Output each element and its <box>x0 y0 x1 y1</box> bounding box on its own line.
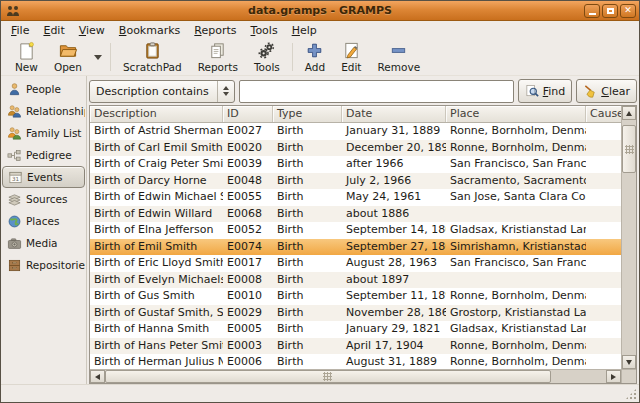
find-magnifier-icon <box>525 84 540 99</box>
vertical-scrollbar[interactable] <box>621 106 636 369</box>
table-row[interactable]: Birth of Hanna Smith E0005 Birth January… <box>90 321 621 338</box>
scroll-down-button[interactable] <box>622 355 636 369</box>
filter-field-select[interactable]: Description contains <box>89 80 235 103</box>
horizontal-scrollbar[interactable] <box>90 369 636 383</box>
menu-reports[interactable]: Reports <box>187 22 243 39</box>
cell-id: E0048 <box>223 173 273 190</box>
column-header-date[interactable]: Date <box>342 106 446 122</box>
sidebar-label: Pedigree <box>26 149 72 161</box>
cell-id: E0005 <box>223 321 273 338</box>
column-header-type[interactable]: Type <box>273 106 342 122</box>
menu-tools[interactable]: Tools <box>244 22 285 39</box>
cell-description: Birth of Hanna Smith <box>90 321 223 338</box>
maximize-icon <box>607 8 614 14</box>
cell-cause <box>586 272 621 289</box>
scroll-right-button[interactable] <box>606 370 621 383</box>
minimize-button[interactable] <box>584 4 600 18</box>
new-button[interactable]: New <box>7 40 46 74</box>
table-row[interactable]: Birth of Gustaf Smith, Sr. E0029 Birth N… <box>90 305 621 322</box>
cell-type: Birth <box>273 173 342 190</box>
table-row[interactable]: Birth of Edwin Michael Smith E0055 Birth… <box>90 189 621 206</box>
table-row[interactable]: Birth of Hans Peter Smith E0003 Birth Ap… <box>90 338 621 355</box>
table-row[interactable]: Birth of Darcy Horne E0048 Birth July 2,… <box>90 173 621 190</box>
cell-date: January 29, 1821 <box>342 321 446 338</box>
table-row[interactable]: Birth of Astrid Shermanna A... E0027 Bir… <box>90 123 621 140</box>
horizontal-scroll-track[interactable] <box>105 370 606 383</box>
remove-button[interactable]: Remove <box>370 40 429 74</box>
table-row[interactable]: Birth of Craig Peter Smith E0039 Birth a… <box>90 156 621 173</box>
cell-type: Birth <box>273 156 342 173</box>
svg-text:31: 31 <box>12 175 20 181</box>
sidebar-label: Places <box>26 215 59 227</box>
menu-bookmarks[interactable]: Bookmarks <box>112 22 187 39</box>
menu-file[interactable]: File <box>4 22 36 39</box>
cell-place: Grostorp, Kristianstad Lan, ... <box>446 305 586 322</box>
column-header-id[interactable]: ID <box>223 106 273 122</box>
sidebar-item-places[interactable]: Places <box>2 210 85 232</box>
cell-place: Ronne, Bornholm, Denmark <box>446 354 586 369</box>
table-row[interactable]: Birth of Gus Smith E0010 Birth September… <box>90 288 621 305</box>
table-header: Description ID Type Date Place Cause <box>90 106 621 123</box>
cell-date: November 28, 1862 <box>342 305 446 322</box>
find-label: Find <box>543 85 566 98</box>
cell-cause <box>586 222 621 239</box>
search-input[interactable] <box>239 80 514 103</box>
cell-type: Birth <box>273 338 342 355</box>
cell-place: Ronne, Bornholm, Denmark <box>446 140 586 157</box>
sidebar-item-sources[interactable]: Sources <box>2 188 85 210</box>
vertical-scroll-thumb[interactable] <box>622 125 636 173</box>
cell-description: Birth of Emil Smith <box>90 239 223 256</box>
open-button[interactable]: Open <box>46 40 90 74</box>
titlebar[interactable]: data.gramps - GRAMPS ✕ <box>1 1 639 21</box>
menu-view[interactable]: View <box>72 22 112 39</box>
menu-help[interactable]: Help <box>285 22 324 39</box>
table-row[interactable]: Birth of Eric Lloyd Smith E0017 Birth Au… <box>90 255 621 272</box>
scratchpad-button[interactable]: ScratchPad <box>115 40 190 74</box>
toolbar-separator <box>110 43 111 71</box>
column-header-cause[interactable]: Cause <box>586 106 621 122</box>
horizontal-scroll-thumb[interactable] <box>105 370 551 383</box>
find-button[interactable]: Find <box>518 79 573 103</box>
open-dropdown-button[interactable] <box>90 40 106 74</box>
sidebar-item-relationships[interactable]: Relationships <box>2 100 85 122</box>
reports-button[interactable]: Reports <box>190 40 246 74</box>
menu-edit[interactable]: Edit <box>36 22 71 39</box>
filter-bar: Description contains Find <box>89 78 637 104</box>
arrow-right-icon <box>611 374 616 380</box>
cell-type: Birth <box>273 305 342 322</box>
window-title: data.gramps - GRAMPS <box>1 4 639 17</box>
resize-grip-icon[interactable] <box>625 388 637 400</box>
sidebar-item-family-list[interactable]: Family List <box>2 122 85 144</box>
cell-description: Birth of Eric Lloyd Smith <box>90 255 223 272</box>
clear-button[interactable]: Clear <box>576 79 637 103</box>
column-header-description[interactable]: Description <box>90 106 223 122</box>
sidebar-item-events[interactable]: 31 Events <box>2 166 85 188</box>
table-row[interactable]: Birth of Emil Smith E0074 Birth Septembe… <box>90 239 621 256</box>
cell-date: after 1966 <box>342 156 446 173</box>
toolbar: New Open ScratchPad <box>1 39 639 76</box>
close-button[interactable]: ✕ <box>620 4 636 18</box>
column-header-place[interactable]: Place <box>446 106 586 122</box>
cell-type: Birth <box>273 288 342 305</box>
cell-cause <box>586 156 621 173</box>
sidebar-item-people[interactable]: People <box>2 78 85 100</box>
vertical-scroll-track[interactable] <box>622 120 636 355</box>
scroll-up-button[interactable] <box>622 106 636 120</box>
arrow-down-icon <box>626 360 632 365</box>
sidebar-item-pedigree[interactable]: Pedigree <box>2 144 85 166</box>
sidebar-item-media[interactable]: Media <box>2 232 85 254</box>
scroll-left-button[interactable] <box>90 370 105 383</box>
table-row[interactable]: Birth of Carl Emil Smith E0020 Birth Dec… <box>90 140 621 157</box>
cell-description: Birth of Carl Emil Smith <box>90 140 223 157</box>
table-row[interactable]: Birth of Evelyn Michaels E0008 Birth abo… <box>90 272 621 289</box>
add-button[interactable]: Add <box>297 40 333 74</box>
sidebar-item-repositories[interactable]: Repositories <box>2 254 85 276</box>
tools-button[interactable]: Tools <box>246 40 288 74</box>
table-row[interactable]: Birth of Herman Julius Nielsen E0006 Bir… <box>90 354 621 369</box>
table-row[interactable]: Birth of Elna Jefferson E0052 Birth Sept… <box>90 222 621 239</box>
maximize-button[interactable] <box>602 4 618 18</box>
table-row[interactable]: Birth of Edwin Willard E0068 Birth about… <box>90 206 621 223</box>
cell-description: Birth of Craig Peter Smith <box>90 156 223 173</box>
edit-button[interactable]: Edit <box>333 40 369 74</box>
cell-id: E0068 <box>223 206 273 223</box>
